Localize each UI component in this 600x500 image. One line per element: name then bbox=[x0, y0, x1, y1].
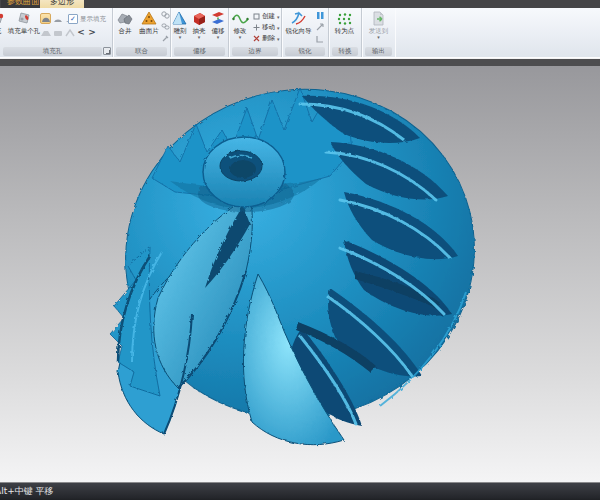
pin-icon[interactable] bbox=[161, 34, 170, 43]
merge-button[interactable]: 合并 bbox=[114, 10, 136, 35]
ribbon-group-combine: 合并 曲面片 联合 bbox=[113, 8, 171, 57]
group-label-fill-holes: 填充孔 bbox=[3, 47, 102, 56]
points-grid-icon bbox=[336, 10, 353, 27]
boundary-move-button[interactable]: 移动 ▾ bbox=[253, 23, 280, 32]
ribbon-tab-strip: 参数曲面 多边形 bbox=[0, 0, 600, 8]
bridge-icon-3 bbox=[65, 28, 75, 37]
sharpen-wizard-icon bbox=[290, 10, 307, 27]
boundary-modify-button[interactable]: 修改 ▾ bbox=[230, 10, 250, 39]
status-bar: Alt+中键 平移 bbox=[0, 482, 600, 500]
tab-parametric-surface[interactable]: 参数曲面 bbox=[1, 0, 45, 8]
boundary-delete-button[interactable]: 删除 ▾ bbox=[253, 34, 280, 43]
dropdown-arrow-icon: ▾ bbox=[277, 36, 280, 42]
boolean-union-icon[interactable] bbox=[161, 10, 170, 19]
dropdown-arrow-icon[interactable]: ▾ bbox=[217, 35, 220, 39]
convert-to-points-button[interactable]: 转为点 bbox=[330, 10, 359, 35]
ribbon-group-sharpen: 锐化向导 锐化 bbox=[282, 8, 329, 57]
group-label-combine: 联合 bbox=[116, 47, 167, 56]
ribbon-group-output: 发送到 ▾ 输出 bbox=[362, 8, 395, 57]
fill-tangent-mode-button[interactable] bbox=[52, 13, 63, 24]
delete-boundary-icon bbox=[253, 35, 260, 42]
arch-tangent-icon bbox=[53, 14, 63, 23]
send-to-button[interactable]: 发送到 ▾ bbox=[364, 10, 393, 39]
sharpen-corner-icon[interactable] bbox=[316, 35, 325, 44]
shell-button[interactable]: 抽壳 ▾ bbox=[190, 10, 208, 39]
fill-curvature-mode-button[interactable] bbox=[40, 13, 51, 24]
dropdown-arrow-icon[interactable]: ▾ bbox=[377, 35, 380, 39]
ribbon-group-offset: 雕刻 ▾ 抽壳 ▾ 偏移 ▾ 偏移 bbox=[171, 8, 229, 57]
prev-hole-button[interactable]: < bbox=[76, 26, 86, 38]
wave-modify-icon bbox=[232, 10, 249, 27]
group-label-offset: 偏移 bbox=[174, 47, 225, 56]
fill-single-hole-button[interactable]: 填充单个孔 bbox=[6, 10, 42, 35]
send-to-icon bbox=[371, 10, 386, 27]
ribbon-group-convert: 转为点 转换 bbox=[329, 8, 362, 57]
bridge-mode-2-button[interactable] bbox=[52, 27, 63, 38]
surface-patch-button[interactable]: 曲面片 bbox=[137, 10, 161, 35]
ribbon-group-fill-holes: 充 填充单个孔 bbox=[0, 8, 113, 57]
bridge-mode-3-button[interactable] bbox=[64, 27, 75, 38]
checkbox-check-icon: ✓ bbox=[68, 14, 78, 24]
show-fill-checkbox[interactable]: ✓ 显示填充 bbox=[68, 14, 106, 24]
sharpen-arrow-icon[interactable] bbox=[316, 23, 325, 32]
fill-all-icon bbox=[0, 10, 5, 27]
group-label-sharpen: 锐化 bbox=[285, 47, 325, 56]
impeller-model[interactable] bbox=[0, 66, 600, 482]
mouse-hint-text: Alt+中键 平移 bbox=[0, 483, 54, 500]
bridge-icon-2 bbox=[53, 28, 63, 37]
merge-icon bbox=[117, 10, 133, 27]
offset-button[interactable]: 偏移 ▾ bbox=[209, 10, 227, 39]
bridge-mode-1-button[interactable] bbox=[40, 27, 51, 38]
dropdown-arrow-icon: ▾ bbox=[277, 25, 280, 31]
surface-patch-icon bbox=[141, 10, 157, 27]
shell-icon bbox=[192, 10, 207, 27]
ribbon: 充 填充单个孔 bbox=[0, 8, 600, 58]
fill-single-hole-icon bbox=[17, 10, 32, 27]
move-boundary-icon bbox=[253, 24, 260, 31]
group-label-convert: 转换 bbox=[332, 47, 358, 56]
arch-curvature-icon bbox=[41, 14, 50, 23]
group-label-output: 输出 bbox=[365, 47, 392, 56]
chain-link-icon[interactable] bbox=[161, 22, 170, 31]
offset-icon bbox=[210, 10, 226, 27]
dropdown-arrow-icon[interactable]: ▾ bbox=[239, 35, 242, 39]
create-boundary-icon bbox=[253, 13, 260, 20]
dialog-launcher-icon[interactable] bbox=[103, 47, 111, 55]
bridge-icon-1 bbox=[41, 28, 51, 37]
sharpen-bars-icon[interactable] bbox=[316, 11, 325, 20]
ribbon-group-boundary: 修改 ▾ 创建 ▾ 移动 ▾ 删除 ▾ 边界 bbox=[229, 8, 282, 57]
next-hole-button[interactable]: > bbox=[87, 26, 97, 38]
dropdown-arrow-icon[interactable]: ▾ bbox=[179, 35, 182, 39]
sculpt-icon bbox=[172, 10, 188, 27]
boundary-create-button[interactable]: 创建 ▾ bbox=[253, 12, 280, 21]
sharpen-wizard-button[interactable]: 锐化向导 bbox=[283, 10, 314, 35]
viewport-3d[interactable] bbox=[0, 66, 600, 482]
dropdown-arrow-icon[interactable]: ▾ bbox=[198, 35, 201, 39]
tab-polygon[interactable]: 多边形 bbox=[40, 0, 84, 8]
sculpt-button[interactable]: 雕刻 ▾ bbox=[171, 10, 189, 39]
group-label-boundary: 边界 bbox=[232, 47, 278, 56]
dropdown-arrow-icon: ▾ bbox=[277, 14, 280, 20]
